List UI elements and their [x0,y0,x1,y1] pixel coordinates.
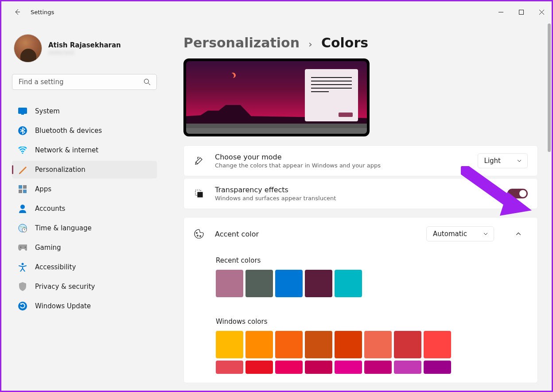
sidebar-item-personalization[interactable]: Personalization [12,161,157,179]
titlebar: Settings [1,1,552,23]
wifi-icon [18,146,27,155]
card-choose-mode[interactable]: Choose your mode Change the colors that … [183,145,538,176]
user-email: redacted [48,49,121,56]
windows-colors-row [216,331,482,358]
brush-icon [194,155,204,166]
sidebar-nav: System Bluetooth & devices Network & int… [12,102,157,315]
sidebar-item-bluetooth[interactable]: Bluetooth & devices [12,122,157,140]
svg-rect-6 [19,185,22,189]
paintbrush-icon [18,165,27,174]
sidebar-item-label: Network & internet [35,146,98,154]
svg-point-21 [200,236,201,237]
color-swatch[interactable] [216,361,243,374]
svg-point-5 [22,153,23,154]
search-input[interactable] [12,74,157,90]
card-transparency[interactable]: Transparency effects Windows and surface… [183,178,538,209]
color-swatch[interactable] [394,361,421,374]
breadcrumb: Personalization › Colors [183,35,543,50]
color-swatch[interactable] [335,361,362,374]
sidebar-item-privacy[interactable]: Privacy & security [12,278,157,295]
sidebar-item-apps[interactable]: Apps [12,180,157,198]
color-swatch[interactable] [394,331,421,358]
color-swatch[interactable] [305,331,332,358]
color-preview [183,58,370,136]
person-icon [18,204,27,213]
user-name: Atish Rajasekharan [48,41,121,49]
chevron-right-icon: › [308,39,312,50]
recent-colors-label: Recent colors [216,256,528,264]
shield-icon [18,282,27,291]
sidebar-item-label: System [35,107,60,115]
color-swatch[interactable] [424,331,451,358]
search-wrap [12,74,157,90]
color-swatch[interactable] [245,331,273,358]
user-profile[interactable]: Atish Rajasekharan redacted [12,34,157,62]
sidebar-item-network[interactable]: Network & internet [12,141,157,159]
apps-icon [18,185,27,194]
svg-point-15 [22,263,24,265]
main-content: Personalization › Colors [167,23,552,391]
close-button[interactable] [531,5,552,19]
color-swatch[interactable] [424,361,451,374]
color-swatch[interactable] [216,331,243,358]
sidebar-item-label: Accessibility [35,263,76,271]
minimize-button[interactable] [491,5,511,19]
palette-icon [194,229,204,239]
chevron-up-icon [515,231,522,237]
card-subtitle: Windows and surfaces appear translucent [215,195,481,202]
dropdown-value: Light [484,157,501,165]
accent-header[interactable]: Accent color Automatic [184,217,537,250]
sidebar-item-update[interactable]: Windows Update [12,297,157,315]
scrollbar[interactable] [548,23,551,152]
transparency-toggle[interactable] [507,189,528,198]
color-swatch[interactable] [245,361,273,374]
color-swatch[interactable] [245,270,273,297]
svg-rect-7 [23,185,27,189]
breadcrumb-current: Colors [321,35,368,50]
sidebar-item-time[interactable]: Time & language [12,219,157,237]
accent-dropdown[interactable]: Automatic [426,226,494,241]
accessibility-icon [18,263,27,272]
sidebar: Atish Rajasekharan redacted System Bluet… [1,23,167,391]
sidebar-item-label: Gaming [35,244,61,252]
update-icon [18,302,27,310]
back-button[interactable] [9,4,25,20]
color-swatch[interactable] [275,361,303,374]
svg-point-10 [20,205,25,209]
color-swatch[interactable] [275,270,303,297]
color-swatch[interactable] [216,270,243,297]
sidebar-item-accounts[interactable]: Accounts [12,200,157,217]
card-accent-color: Accent color Automatic Recent colors Win… [183,217,538,383]
sidebar-item-system[interactable]: System [12,102,157,120]
card-title: Transparency effects [215,186,481,194]
color-swatch[interactable] [305,270,332,297]
svg-point-20 [197,235,199,237]
mode-dropdown[interactable]: Light [478,153,528,168]
color-swatch[interactable] [364,361,392,374]
card-title: Accent color [215,230,416,238]
svg-point-19 [196,233,198,234]
sidebar-item-label: Windows Update [35,302,91,310]
color-swatch[interactable] [275,331,303,358]
gamepad-icon [18,243,27,252]
svg-rect-9 [23,190,27,193]
sidebar-item-accessibility[interactable]: Accessibility [12,258,157,276]
window-controls [491,5,552,19]
color-swatch[interactable] [335,331,362,358]
maximize-button[interactable] [511,5,531,19]
recent-colors-swatches [216,270,482,297]
svg-point-14 [25,247,26,248]
chevron-down-icon [483,231,488,237]
app-title: Settings [31,9,54,16]
sidebar-item-label: Time & language [35,224,92,232]
color-swatch[interactable] [305,361,332,374]
search-icon [144,78,151,85]
collapse-button[interactable] [509,225,528,243]
system-icon [18,107,27,116]
breadcrumb-parent[interactable]: Personalization [183,35,300,50]
card-title: Choose your mode [215,153,467,161]
dropdown-value: Automatic [433,230,467,238]
color-swatch[interactable] [335,270,362,297]
sidebar-item-gaming[interactable]: Gaming [12,239,157,256]
color-swatch[interactable] [364,331,392,358]
